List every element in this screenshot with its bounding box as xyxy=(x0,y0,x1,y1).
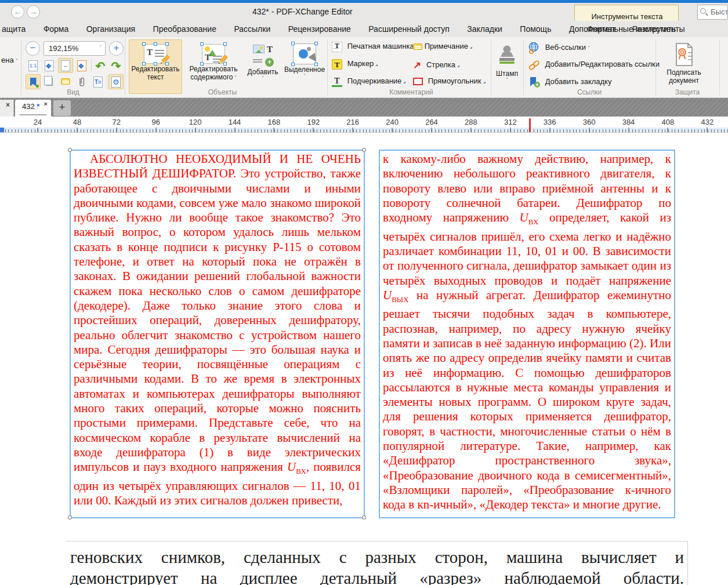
note-button[interactable]: Примечание xyxy=(413,42,472,56)
green-dot-badge xyxy=(36,85,39,88)
selection-handle[interactable] xyxy=(68,148,72,152)
attachments-pane-button[interactable] xyxy=(74,74,89,89)
ruler-label: 168 xyxy=(268,118,281,126)
paperclip-icon xyxy=(76,76,88,89)
rectangle-icon xyxy=(413,78,423,85)
zoom-level-value: 192,15% xyxy=(49,44,78,53)
gear-page-icon: ⚙ xyxy=(111,77,121,88)
menu-item-rasshirennyi-dostup[interactable]: Расширенный доступ xyxy=(361,21,457,37)
new-tab-button[interactable]: + xyxy=(53,100,71,116)
bookmark-icon xyxy=(30,78,37,86)
horizontal-ruler: 2448729612014416819221624026428831233636… xyxy=(0,117,728,133)
menu-item-retsenzirovanie[interactable]: Рецензирование xyxy=(281,21,358,37)
ruler-origin-mark xyxy=(0,128,4,132)
menu-item-zakladki[interactable]: Закладки xyxy=(459,21,510,37)
menu-item-zashchita[interactable]: ащита xyxy=(0,21,33,37)
arrow-icon: ↗ xyxy=(413,59,421,71)
typewriter-button[interactable]: T... Печатная машинка xyxy=(332,42,418,56)
menu-item-preobrazovanie[interactable]: Преобразование xyxy=(146,21,224,37)
ruler-label: 96 xyxy=(151,118,160,126)
content-pane-button[interactable]: T≡ xyxy=(90,74,106,89)
underline-icon: T xyxy=(332,77,342,87)
document-tabbar: × 432 * × + xyxy=(0,98,728,117)
ruler-cursor-marker xyxy=(529,118,531,132)
certificate-icon xyxy=(673,42,694,67)
redo-button[interactable]: ↷ xyxy=(108,58,124,73)
note-icon xyxy=(413,43,422,50)
ruler-label: 360 xyxy=(583,118,596,126)
fit-visible-button[interactable]: ✥ xyxy=(74,58,89,73)
undo-button[interactable]: ↶ xyxy=(93,58,108,73)
group-label-objects: Объекты xyxy=(125,88,320,96)
properties-pane-button[interactable]: ⚙ xyxy=(108,74,124,89)
ruler-label: 288 xyxy=(465,118,477,126)
bookmarks-pane-button[interactable] xyxy=(26,74,41,89)
fit-width-button[interactable]: ↔ xyxy=(58,58,73,73)
add-object-icon: T + xyxy=(253,45,273,66)
comments-pane-button[interactable] xyxy=(58,74,73,89)
ruler-label: 120 xyxy=(189,118,202,126)
pencil-icon xyxy=(158,54,171,67)
text-box-right-column[interactable]: к какому-либо важному действию, например… xyxy=(379,150,675,518)
sign-document-button[interactable]: Подписатьдокумент xyxy=(659,39,709,94)
link-chain-icon xyxy=(528,59,541,71)
ruler-label: 432 xyxy=(701,118,713,126)
tab-partial[interactable]: × xyxy=(0,100,14,117)
menu-item-format[interactable]: Формат xyxy=(587,21,616,37)
menu-item-organizatsiya[interactable]: Организация xyxy=(79,21,143,37)
zoom-out-button[interactable]: − xyxy=(26,41,40,56)
context-tab-label: Инструменты текста xyxy=(575,12,679,21)
menu-item-forma[interactable]: Форма xyxy=(36,21,77,37)
edit-text-button[interactable]: T Редактироватьтекст xyxy=(129,39,182,94)
text-box-left-column[interactable]: АБСОЛЮТНО НЕОБХОДИМЫЙ И НЕ ОЧЕНЬ ИЗВЕСТН… xyxy=(70,150,365,518)
edit-content-button[interactable]: T Редактироватьсодержимого ˇ xyxy=(184,39,242,94)
back-arrow-icon[interactable]: ← xyxy=(11,5,24,19)
stamp-button[interactable]: Штамп ˇ xyxy=(493,39,521,94)
pages-icon xyxy=(46,78,53,86)
ruler-label: 48 xyxy=(73,118,81,126)
tab-active-432[interactable]: 432 * × xyxy=(15,100,51,117)
actual-size-button[interactable]: 1:1 xyxy=(26,58,41,73)
undo-icon: ↶ xyxy=(96,60,106,72)
edit-content-icon: T xyxy=(202,44,225,64)
menu-item-rassylki[interactable]: Рассылки xyxy=(226,21,278,37)
thumbnails-pane-button[interactable] xyxy=(42,74,57,89)
ruler-label: 240 xyxy=(386,118,399,126)
ruler-label: 408 xyxy=(662,118,675,126)
ruler-label: 216 xyxy=(346,118,359,126)
column-text: АБСОЛЮТНО НЕОБХОДИМЫЙ И НЕ ОЧЕНЬ ИЗВЕСТН… xyxy=(74,152,361,508)
comment-bubble-icon xyxy=(61,78,70,85)
web-links-button[interactable]: Веб-ссылки ˇ xyxy=(528,42,590,56)
ruler-label: 384 xyxy=(622,118,635,126)
forward-arrow-icon[interactable]: → xyxy=(27,5,40,19)
zoom-level-combobox[interactable]: 192,15% ˇ xyxy=(44,41,106,56)
add-edit-links-button[interactable]: Добавить/Редактировать ссылки xyxy=(528,59,660,73)
add-object-button[interactable]: T + Добавить ˇ xyxy=(245,39,281,94)
selection-handle[interactable] xyxy=(362,515,366,519)
ruler-label: 336 xyxy=(544,118,556,126)
tab-close-icon[interactable]: × xyxy=(44,100,48,107)
selection-handle[interactable] xyxy=(362,148,366,152)
ruler-label: 264 xyxy=(425,118,438,126)
typewriter-icon: T... xyxy=(332,42,342,52)
zoom-in-button[interactable]: + xyxy=(109,41,124,56)
plus-icon: + xyxy=(265,58,274,67)
selection-handle[interactable] xyxy=(68,515,72,519)
search-input[interactable]: Быст xyxy=(697,5,728,20)
ribbon-left-partial-label[interactable]: ена ˇ xyxy=(1,56,17,64)
selected-object-button[interactable]: Выделенное ˇ xyxy=(283,39,326,94)
group-label-view: Вид xyxy=(21,88,125,96)
fit-page-button[interactable]: ✥ xyxy=(42,58,57,73)
highlighter-icon: T xyxy=(332,59,342,70)
actual-size-icon: 1:1 xyxy=(28,60,38,71)
menu-item-razmestit[interactable]: Разместить xyxy=(632,21,676,37)
highlight-button[interactable]: T Маркер xyxy=(332,59,378,73)
bottom-text-line: демонстрирует на дисплее детальный «разр… xyxy=(70,568,684,585)
redo-icon: ↷ xyxy=(111,60,121,72)
menu-item-pomoshch[interactable]: Помощь xyxy=(512,21,559,37)
bottom-text-line: геновских снимков, сделанных с разных ст… xyxy=(70,547,684,568)
edit-text-icon: T xyxy=(144,44,167,64)
bottom-text-block[interactable]: геновских снимков, сделанных с разных ст… xyxy=(67,541,688,585)
arrow-tool-button[interactable]: ↗ Стрелка xyxy=(413,59,459,73)
window-title: 432* - PDF-XChange Editor xyxy=(252,7,353,16)
